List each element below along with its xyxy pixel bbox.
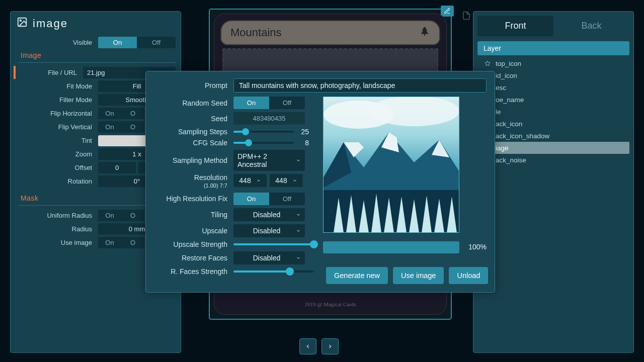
layer-item[interactable]: iage bbox=[477, 142, 629, 154]
restore-faces-select[interactable]: Disabled bbox=[233, 251, 305, 264]
fit-mode-label: Fit Mode bbox=[14, 82, 98, 90]
layer-item-label: ack_noise bbox=[496, 156, 526, 164]
offset-x[interactable]: 0 bbox=[98, 162, 136, 173]
svg-point-5 bbox=[369, 97, 459, 126]
mountain-illustration bbox=[324, 97, 459, 233]
upscale-select[interactable]: Disabled bbox=[233, 224, 305, 237]
layer-item-label: ack_icon_shadow bbox=[496, 132, 549, 140]
document-icon bbox=[462, 11, 471, 20]
layer-item[interactable]: le bbox=[477, 106, 629, 118]
layer-item[interactable]: ack_icon_shadow bbox=[477, 130, 629, 142]
rotation-label: Rotation bbox=[14, 177, 98, 185]
tab-back[interactable]: Back bbox=[553, 16, 629, 36]
card-title-bar: Mountains bbox=[220, 20, 440, 45]
upscale-strength-label: Upscale Strength bbox=[154, 240, 233, 248]
sampling-method-label: Sampling Method bbox=[154, 156, 233, 164]
sampling-steps-value: 25 bbox=[299, 128, 309, 136]
resolution-height-select[interactable]: 448 bbox=[270, 174, 303, 187]
use-image-label: Use image bbox=[14, 239, 98, 246]
zoom-label: Zoom bbox=[14, 150, 98, 158]
radius-label: Radius bbox=[14, 225, 98, 233]
layer-item[interactable]: top_icon bbox=[477, 57, 629, 69]
random-seed-label: Random Seed bbox=[154, 99, 233, 107]
tiling-label: Tiling bbox=[154, 211, 233, 219]
layer-item[interactable]: ack_noise bbox=[477, 154, 629, 166]
section-image: Image bbox=[14, 49, 181, 62]
layers-panel: Front Back Layer top_iconid_iconescoe_na… bbox=[473, 11, 634, 353]
restore-faces-strength-slider[interactable] bbox=[233, 270, 314, 273]
sampling-steps-label: Sampling Steps bbox=[154, 128, 233, 136]
use-image-toggle[interactable]: On O bbox=[98, 237, 144, 248]
svg-point-1 bbox=[20, 20, 21, 21]
image-icon bbox=[17, 17, 28, 31]
flip-h-label: Flip Horizontal bbox=[14, 110, 98, 117]
use-image-button[interactable]: Use image bbox=[393, 267, 444, 284]
file-url-label: File / URL bbox=[14, 69, 83, 76]
star-icon bbox=[485, 60, 491, 66]
chevron-down-icon bbox=[296, 254, 301, 262]
restore-faces-strength-label: R. Faces Strength bbox=[154, 267, 233, 276]
restore-faces-label: Restore Faces bbox=[154, 254, 233, 262]
chevron-down-icon bbox=[296, 156, 301, 164]
upscale-label: Upscale bbox=[154, 227, 233, 235]
layer-list-header: Layer bbox=[477, 41, 629, 55]
prompt-input[interactable] bbox=[233, 78, 487, 93]
layer-item-label: ack_icon bbox=[496, 120, 522, 128]
card-title: Mountains bbox=[230, 26, 282, 39]
card-footer: 2019 @ Magical Cards bbox=[214, 301, 446, 307]
chevron-down-icon bbox=[256, 176, 261, 185]
nav-arrows bbox=[299, 338, 339, 354]
layer-list: top_iconid_iconescoe_nameleack_iconack_i… bbox=[477, 57, 629, 166]
tree-icon bbox=[419, 26, 430, 40]
seed-label: Seed bbox=[154, 115, 233, 123]
progress-bar bbox=[323, 241, 459, 253]
panel-title: image bbox=[14, 15, 181, 36]
next-button[interactable] bbox=[321, 338, 339, 354]
preview-image bbox=[323, 97, 459, 233]
chevron-down-icon bbox=[296, 211, 301, 219]
layer-item-label: oe_name bbox=[496, 96, 524, 104]
generate-button[interactable]: Generate new bbox=[326, 267, 388, 284]
tab-front[interactable]: Front bbox=[477, 16, 553, 36]
upscale-strength-slider[interactable] bbox=[233, 243, 314, 245]
sampling-steps-slider[interactable] bbox=[233, 131, 294, 133]
tint-label: Tint bbox=[14, 137, 98, 144]
layer-item-label: top_icon bbox=[496, 60, 521, 67]
sampling-method-select[interactable]: DPM++ 2 Ancestral bbox=[233, 150, 305, 171]
layer-item[interactable]: id_icon bbox=[477, 69, 629, 81]
visible-label: Visible bbox=[14, 39, 98, 46]
layer-item[interactable]: ack_icon bbox=[477, 118, 629, 130]
uniform-radius-toggle[interactable]: On O bbox=[98, 210, 144, 221]
ai-dialog: Prompt Random Seed On Off Seed 483490435… bbox=[145, 71, 495, 293]
resolution-label: Resolution (1.00) 7:7 bbox=[154, 174, 233, 190]
panel-title-text: image bbox=[33, 17, 68, 30]
layer-item[interactable]: oe_name bbox=[477, 94, 629, 106]
unload-button[interactable]: Unload bbox=[449, 267, 488, 284]
filter-mode-label: Filter Mode bbox=[14, 96, 98, 104]
prompt-label: Prompt bbox=[154, 81, 233, 89]
edit-button[interactable] bbox=[441, 6, 454, 17]
chevron-down-icon bbox=[292, 176, 297, 185]
cfg-scale-slider[interactable] bbox=[233, 142, 294, 144]
flip-v-label: Flip Vertical bbox=[14, 123, 98, 131]
seed-value[interactable]: 483490435 bbox=[233, 112, 305, 125]
prev-button[interactable] bbox=[299, 338, 316, 354]
tiling-select[interactable]: Disabled bbox=[233, 208, 305, 221]
hires-fix-toggle[interactable]: On Off bbox=[233, 193, 305, 205]
chevron-down-icon bbox=[296, 227, 301, 235]
hires-fix-label: High Resolution Fix bbox=[154, 195, 233, 203]
visible-toggle[interactable]: On Off bbox=[98, 37, 176, 48]
resolution-width-select[interactable]: 448 bbox=[233, 174, 267, 187]
layer-item-label: le bbox=[496, 108, 501, 116]
cfg-scale-label: CFG Scale bbox=[154, 139, 233, 147]
layer-item[interactable]: esc bbox=[477, 81, 629, 94]
cfg-scale-value: 8 bbox=[299, 139, 309, 147]
random-seed-toggle[interactable]: On Off bbox=[233, 97, 305, 109]
flip-h-toggle[interactable]: On O bbox=[98, 108, 144, 119]
layer-item-label: esc bbox=[496, 84, 506, 92]
offset-label: Offset bbox=[14, 164, 98, 171]
flip-v-toggle[interactable]: On O bbox=[98, 121, 144, 133]
layer-item-label: id_icon bbox=[496, 72, 517, 79]
layer-item-label: iage bbox=[496, 144, 509, 152]
progress-label: 100% bbox=[468, 243, 487, 251]
